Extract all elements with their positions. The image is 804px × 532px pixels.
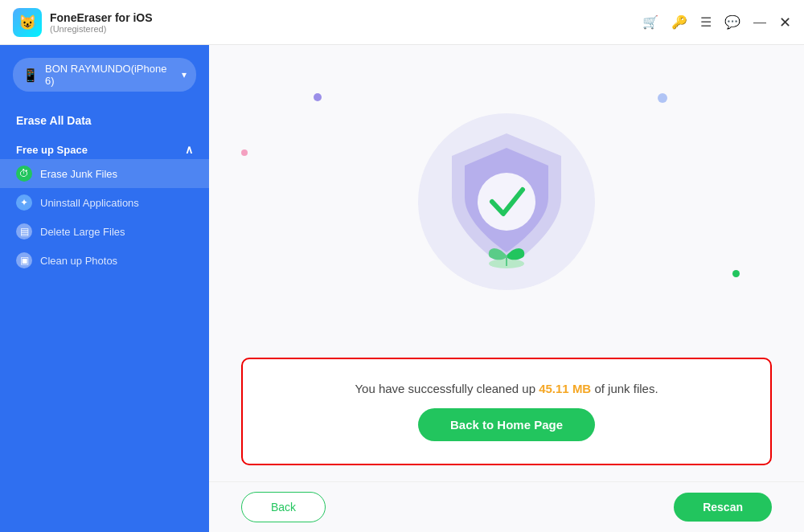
svg-point-0 (478, 173, 535, 231)
device-name: BON RAYMUNDO(iPhone 6) (45, 63, 175, 87)
sidebar-item-erase-junk[interactable]: ⏱ Erase Junk Files (0, 159, 209, 188)
app-title: FoneEraser for iOS (50, 11, 642, 24)
dot-purple (314, 93, 322, 101)
success-highlight: 45.11 MB (539, 382, 591, 395)
app-subtitle: (Unregistered) (50, 24, 642, 34)
bottom-bar: Back Rescan (209, 481, 804, 532)
illustration-area (209, 45, 804, 358)
back-home-button[interactable]: Back to Home Page (418, 408, 595, 441)
success-box: You have successfully cleaned up 45.11 M… (241, 358, 772, 465)
success-text-before: You have successfully cleaned up (355, 382, 539, 395)
free-up-space-group[interactable]: Free up Space ∧ (0, 137, 209, 159)
sidebar-item-uninstall-apps[interactable]: ✦ Uninstall Applications (0, 188, 209, 217)
sidebar: 📱 BON RAYMUNDO(iPhone 6) ▾ Erase All Dat… (0, 45, 209, 532)
dot-blue (658, 93, 667, 103)
uninstall-apps-icon: ✦ (16, 194, 32, 211)
uninstall-apps-label: Uninstall Applications (40, 197, 139, 209)
chevron-up-icon: ∧ (185, 143, 193, 156)
sidebar-item-delete-large[interactable]: ▤ Delete Large Files (0, 217, 209, 246)
key-icon[interactable]: 🔑 (671, 14, 687, 30)
rescan-button[interactable]: Rescan (674, 493, 772, 522)
title-bar: 😺 FoneEraser for iOS (Unregistered) 🛒 🔑 … (0, 0, 804, 45)
cleanup-photos-icon: ▣ (16, 252, 32, 268)
shield-container (394, 97, 619, 306)
title-bar-actions: 🛒 🔑 ☰ 💬 — ✕ (642, 14, 791, 31)
device-icon: 📱 (23, 68, 39, 83)
close-button[interactable]: ✕ (779, 14, 791, 31)
sidebar-item-cleanup-photos[interactable]: ▣ Clean up Photos (0, 246, 209, 275)
app-info: FoneEraser for iOS (Unregistered) (50, 11, 642, 34)
app-icon: 😺 (13, 8, 42, 37)
shield-illustration (442, 125, 571, 278)
chat-icon[interactable]: 💬 (724, 14, 740, 30)
content-area: You have successfully cleaned up 45.11 M… (209, 45, 804, 532)
dot-pink (241, 149, 248, 156)
erase-all-data-section[interactable]: Erase All Data (0, 114, 209, 137)
erase-junk-icon: ⏱ (16, 166, 32, 182)
back-button[interactable]: Back (241, 492, 326, 522)
delete-large-icon: ▤ (16, 223, 32, 239)
cleanup-photos-label: Clean up Photos (40, 255, 117, 267)
cart-icon[interactable]: 🛒 (642, 14, 658, 30)
success-text-after: of junk files. (591, 382, 658, 395)
erase-junk-label: Erase Junk Files (40, 168, 117, 180)
free-up-space-label: Free up Space (16, 144, 88, 156)
success-message: You have successfully cleaned up 45.11 M… (355, 382, 658, 395)
menu-icon[interactable]: ☰ (700, 14, 712, 30)
minimize-button[interactable]: — (753, 15, 766, 30)
main-layout: 📱 BON RAYMUNDO(iPhone 6) ▾ Erase All Dat… (0, 45, 804, 532)
device-selector[interactable]: 📱 BON RAYMUNDO(iPhone 6) ▾ (13, 58, 196, 92)
delete-large-label: Delete Large Files (40, 226, 125, 238)
chevron-down-icon: ▾ (182, 69, 187, 80)
dot-green (732, 270, 740, 277)
